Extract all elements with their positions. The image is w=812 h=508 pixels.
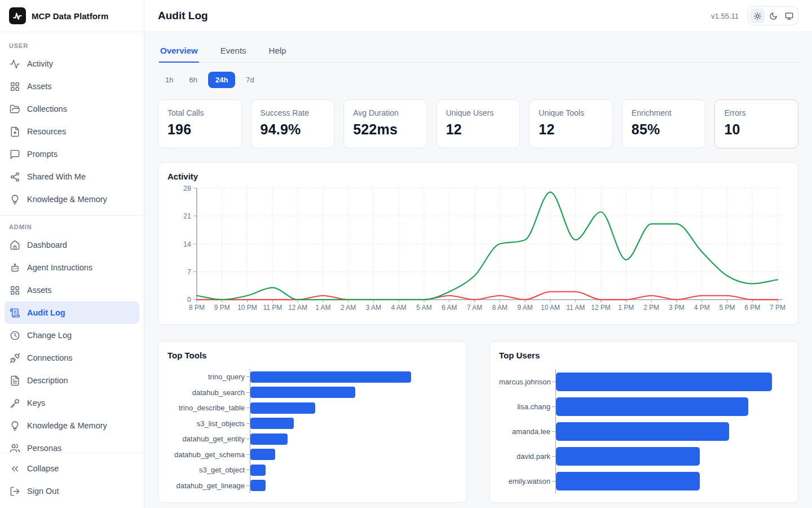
version-label: v1.55.11 xyxy=(711,12,739,20)
folder-open-icon xyxy=(10,104,20,115)
sidebar-item-shared-with-me[interactable]: Shared With Me xyxy=(5,165,139,188)
topbar-right: v1.55.11 xyxy=(711,6,798,25)
sidebar-item-description[interactable]: Description xyxy=(5,369,139,392)
svg-text:3 PM: 3 PM xyxy=(669,304,685,312)
file-up-icon xyxy=(10,126,20,137)
svg-text:5 PM: 5 PM xyxy=(719,304,735,312)
bar xyxy=(250,371,411,383)
page-title: Audit Log xyxy=(158,10,208,22)
svg-text:14: 14 xyxy=(183,240,191,248)
top-tools-title: Top Tools xyxy=(167,351,457,360)
svg-text:7 PM: 7 PM xyxy=(770,304,785,312)
stat-value: 85% xyxy=(632,121,696,138)
bar xyxy=(556,397,748,416)
bar-row-trino-query: trino_query xyxy=(167,369,457,385)
bar-area xyxy=(555,394,789,419)
stat-value: 196 xyxy=(167,121,232,138)
range-7d[interactable]: 7d xyxy=(241,72,259,87)
bar-label: datahub_get_schema xyxy=(167,450,246,459)
sidebar-item-resources[interactable]: Resources xyxy=(5,120,139,143)
svg-text:6 AM: 6 AM xyxy=(442,304,457,312)
tab-overview[interactable]: Overview xyxy=(159,41,199,63)
stat-card-success-rate: Success Rate94.9% xyxy=(251,99,335,148)
stat-value: 12 xyxy=(446,121,511,138)
sidebar-item-label: Prompts xyxy=(27,150,58,159)
sidebar-item-label: Collections xyxy=(27,104,67,113)
sidebar-item-label: Personas xyxy=(27,444,61,452)
sidebar-item-agent-instructions[interactable]: Agent Instructions xyxy=(5,256,139,279)
bar xyxy=(250,402,315,414)
bar-row-emily-watson: emily.watson xyxy=(499,468,789,493)
svg-text:4 PM: 4 PM xyxy=(694,304,710,312)
svg-text:4 AM: 4 AM xyxy=(391,304,407,312)
stat-label: Unique Tools xyxy=(539,108,603,117)
activity-line-chart: 071421288 PM9 PM10 PM11 PM12 AM1 AM2 AM3… xyxy=(167,185,789,316)
svg-text:0: 0 xyxy=(187,296,191,304)
stat-label: Errors xyxy=(724,108,789,117)
tab-help[interactable]: Help xyxy=(268,41,288,63)
tab-events[interactable]: Events xyxy=(219,41,248,63)
bar-area xyxy=(555,468,789,493)
bar-area xyxy=(555,444,789,468)
sidebar-item-label: Connections xyxy=(27,353,73,362)
bar xyxy=(556,472,700,491)
bar-row-marcus-johnson: marcus.johnson xyxy=(499,369,789,394)
stat-label: Unique Users xyxy=(446,108,511,117)
home-icon xyxy=(10,240,20,251)
sidebar-item-assets[interactable]: Assets xyxy=(5,75,139,98)
top-users-title: Top Users xyxy=(499,351,789,360)
svg-text:8 PM: 8 PM xyxy=(189,304,205,312)
sidebar-item-audit-log[interactable]: Audit Log xyxy=(5,301,139,324)
sidebar-item-label: Sign Out xyxy=(27,487,59,496)
svg-text:10 PM: 10 PM xyxy=(237,304,257,312)
bar-row-trino-describe-table: trino_describe_table xyxy=(167,400,457,416)
sidebar-item-connections[interactable]: Connections xyxy=(5,347,139,369)
bar-area xyxy=(250,400,457,416)
bot-icon xyxy=(10,262,20,273)
svg-text:12 AM: 12 AM xyxy=(288,304,307,312)
svg-text:8 AM: 8 AM xyxy=(492,304,508,312)
svg-text:5 AM: 5 AM xyxy=(416,304,431,312)
sidebar-item-change-log[interactable]: Change Log xyxy=(5,324,139,347)
bar xyxy=(556,422,729,441)
stat-label: Success Rate xyxy=(261,108,325,117)
sidebar-item-assets[interactable]: Assets xyxy=(5,279,139,301)
sidebar: MCP Data Platform USERActivityAssetsColl… xyxy=(0,0,144,508)
bar-area xyxy=(250,462,457,478)
bar-label: emily.watson xyxy=(499,477,552,485)
range-1h[interactable]: 1h xyxy=(160,72,178,87)
tab-bar: OverviewEventsHelp xyxy=(158,41,798,63)
sidebar-item-collapse[interactable]: Collapse xyxy=(5,457,139,480)
bar-label: s3_list_objects xyxy=(167,419,246,428)
message-icon xyxy=(10,149,20,160)
sidebar-item-sign-out[interactable]: Sign Out xyxy=(5,480,139,502)
stat-card-total-calls: Total Calls196 xyxy=(158,99,242,148)
theme-option-moon[interactable] xyxy=(766,8,780,23)
bar-label: s3_get_object xyxy=(167,466,246,474)
range-6h[interactable]: 6h xyxy=(184,72,202,87)
stat-cards: Total Calls196Success Rate94.9%Avg Durat… xyxy=(158,99,798,148)
sidebar-item-dashboard[interactable]: Dashboard xyxy=(5,234,139,256)
theme-option-sun[interactable] xyxy=(750,8,765,23)
sidebar-item-knowledge-memory[interactable]: Knowledge & Memory xyxy=(5,188,139,211)
sidebar-item-label: Assets xyxy=(27,286,52,295)
top-tools-bar-chart: trino_querydatahub_searchtrino_describe_… xyxy=(167,369,457,493)
sidebar-item-activity[interactable]: Activity xyxy=(5,52,139,75)
bar-row-s3-get-object: s3_get_object xyxy=(167,462,457,478)
sidebar-item-label: Resources xyxy=(27,127,66,136)
bar-area xyxy=(250,478,457,494)
theme-option-monitor[interactable] xyxy=(782,8,796,23)
sidebar-footer: CollapseSign Out xyxy=(0,452,144,508)
stat-card-unique-tools: Unique Tools12 xyxy=(529,99,613,148)
sidebar-item-label: Collapse xyxy=(27,464,59,473)
sidebar-item-collections[interactable]: Collections xyxy=(5,98,139,120)
sidebar-item-personas[interactable]: Personas xyxy=(5,437,139,452)
svg-text:11 AM: 11 AM xyxy=(566,304,585,312)
bar-area xyxy=(250,369,457,385)
sidebar-item-prompts[interactable]: Prompts xyxy=(5,143,139,165)
sidebar-item-knowledge-memory[interactable]: Knowledge & Memory xyxy=(5,414,139,437)
svg-text:6 PM: 6 PM xyxy=(744,304,760,312)
stat-value: 522ms xyxy=(353,121,418,138)
sidebar-item-keys[interactable]: Keys xyxy=(5,392,139,414)
range-24h[interactable]: 24h xyxy=(208,72,235,88)
